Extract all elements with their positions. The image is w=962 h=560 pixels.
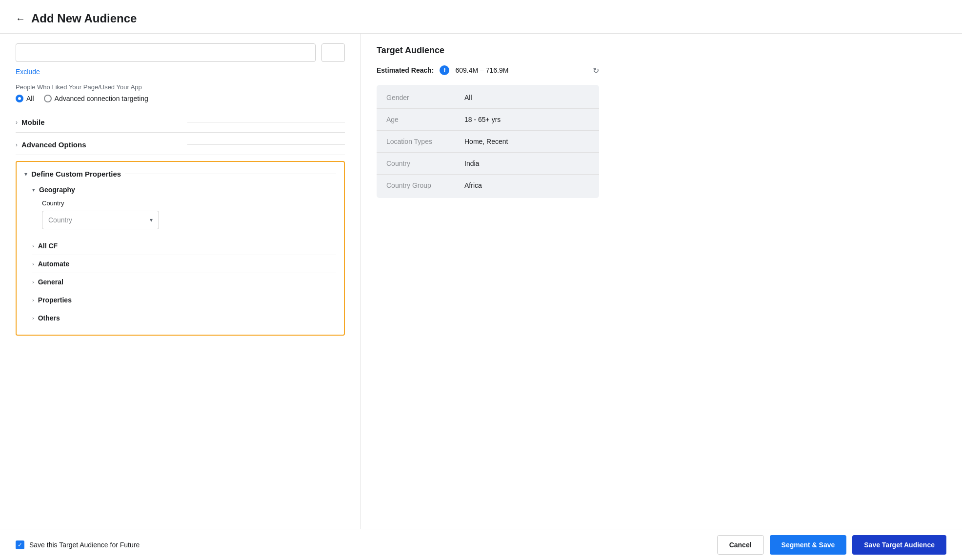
- stat-value: Africa: [464, 181, 482, 189]
- advanced-options-title: Advanced Options: [21, 140, 180, 149]
- advanced-options-section[interactable]: › Advanced Options: [16, 135, 345, 155]
- main-layout: Exclude People Who Liked Your Page/Used …: [0, 34, 962, 530]
- sub-item-label: General: [38, 278, 63, 286]
- audience-stats-table: Gender All Age 18 - 65+ yrs Location Typ…: [377, 85, 599, 198]
- radio-all-label: All: [26, 95, 34, 102]
- stat-row: Gender All: [377, 87, 599, 109]
- radio-advanced[interactable]: Advanced connection targeting: [44, 95, 148, 102]
- page-title: Add New Audience: [31, 12, 137, 25]
- right-panel: Target Audience Estimated Reach: f 609.4…: [361, 34, 615, 530]
- country-field-label: Country: [42, 200, 336, 207]
- stat-value: Home, Recent: [464, 138, 508, 145]
- radio-all-circle: [16, 95, 23, 102]
- mobile-section[interactable]: › Mobile: [16, 112, 345, 133]
- stat-value: 18 - 65+ yrs: [464, 116, 501, 123]
- custom-props-title: Define Custom Properties: [31, 170, 121, 178]
- custom-props-header[interactable]: ▾ Define Custom Properties: [24, 170, 336, 178]
- sub-item-label: Properties: [38, 296, 72, 304]
- back-button[interactable]: ←: [16, 13, 25, 24]
- country-select-text: Country: [48, 216, 72, 224]
- radio-advanced-circle: [44, 95, 52, 102]
- geography-title: Geography: [39, 186, 75, 194]
- target-audience-title: Target Audience: [377, 45, 599, 56]
- custom-props-chevron-icon: ▾: [24, 171, 27, 178]
- top-partial-button[interactable]: [321, 43, 345, 62]
- left-panel: Exclude People Who Liked Your Page/Used …: [0, 34, 361, 530]
- geography-header[interactable]: ▾ Geography: [32, 186, 336, 194]
- stat-value: All: [464, 94, 472, 101]
- stat-label: Location Types: [386, 138, 464, 145]
- sub-item-chevron-icon: ›: [32, 279, 34, 285]
- sub-item[interactable]: › All CF: [32, 237, 336, 255]
- estimated-reach-label: Estimated Reach:: [377, 66, 434, 74]
- mobile-section-title: Mobile: [21, 118, 180, 126]
- advanced-divider: [187, 144, 345, 145]
- stat-value: India: [464, 160, 479, 167]
- country-section: Country Country ▾: [42, 200, 336, 229]
- sub-item[interactable]: › General: [32, 273, 336, 291]
- sub-item-chevron-icon: ›: [32, 243, 34, 249]
- sub-item-label: Others: [38, 314, 60, 322]
- top-input-row: [16, 43, 345, 62]
- connection-label: People Who Liked Your Page/Used Your App: [16, 83, 345, 91]
- stat-label: Country: [386, 160, 464, 167]
- sub-item[interactable]: › Others: [32, 309, 336, 327]
- exclude-link[interactable]: Exclude: [16, 68, 345, 76]
- facebook-icon: f: [440, 65, 449, 75]
- sub-item-chevron-icon: ›: [32, 297, 34, 303]
- sub-items-list: › All CF › Automate › General › Properti…: [24, 237, 336, 327]
- refresh-icon[interactable]: ↻: [593, 66, 599, 75]
- estimated-reach-row: Estimated Reach: f 609.4M – 716.9M ↻: [377, 65, 599, 75]
- geography-chevron-icon: ▾: [32, 187, 35, 193]
- stat-row: Location Types Home, Recent: [377, 131, 599, 153]
- stat-label: Age: [386, 116, 464, 123]
- mobile-chevron-icon: ›: [16, 119, 18, 126]
- reach-value: 609.4M – 716.9M: [455, 66, 508, 74]
- mobile-divider: [187, 122, 345, 122]
- sub-item[interactable]: › Automate: [32, 255, 336, 273]
- custom-props-divider: [125, 174, 336, 174]
- sub-item-label: All CF: [38, 242, 58, 250]
- sub-item[interactable]: › Properties: [32, 291, 336, 309]
- stat-row: Country India: [377, 153, 599, 175]
- top-partial-input[interactable]: [16, 43, 316, 62]
- country-select[interactable]: Country ▾: [42, 211, 159, 229]
- geography-section: ▾ Geography Country Country ▾: [32, 186, 336, 229]
- stat-label: Country Group: [386, 181, 464, 189]
- page-header: ← Add New Audience: [0, 0, 962, 34]
- sub-item-chevron-icon: ›: [32, 315, 34, 321]
- country-chevron-icon: ▾: [150, 217, 153, 223]
- custom-properties-box: ▾ Define Custom Properties ▾ Geography C…: [16, 161, 345, 336]
- footer: ✓ Save this Target Audience for Future C…: [0, 529, 962, 530]
- radio-all[interactable]: All: [16, 95, 34, 102]
- stat-label: Gender: [386, 94, 464, 101]
- advanced-chevron-icon: ›: [16, 141, 18, 148]
- stat-row: Country Group Africa: [377, 175, 599, 196]
- stat-row: Age 18 - 65+ yrs: [377, 109, 599, 131]
- sub-item-label: Automate: [38, 260, 70, 268]
- sub-item-chevron-icon: ›: [32, 261, 34, 267]
- radio-group: All Advanced connection targeting: [16, 95, 345, 102]
- radio-advanced-label: Advanced connection targeting: [55, 95, 148, 102]
